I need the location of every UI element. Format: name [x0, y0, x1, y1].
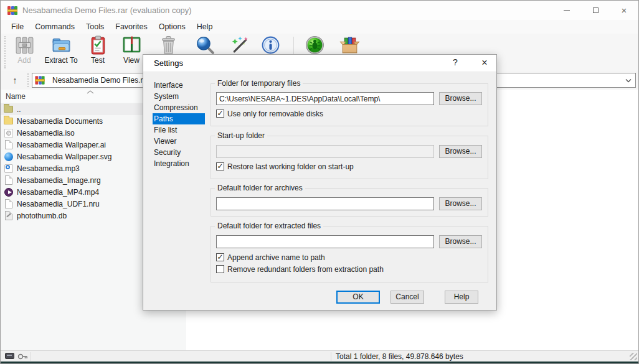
checkbox-checked-icon[interactable]: ✓: [216, 162, 224, 170]
extracted-folder-input[interactable]: [216, 235, 434, 248]
checkbox-checked-icon[interactable]: ✓: [216, 253, 224, 261]
folder-icon: [4, 116, 14, 126]
up-one-level-button[interactable]: ↑: [7, 72, 23, 88]
add-button: Add: [8, 35, 40, 70]
chevron-down-icon[interactable]: [625, 78, 632, 83]
append-name-checkbox-row[interactable]: ✓ Append archive name to path: [216, 253, 325, 262]
extract-to-icon: [51, 35, 72, 55]
up-arrow-icon: ↑: [12, 75, 17, 85]
temp-folder-input[interactable]: [216, 92, 434, 105]
browse-temp-button[interactable]: Browse...: [439, 92, 482, 105]
maximize-button[interactable]: [581, 1, 610, 20]
checkbox-unchecked-icon[interactable]: [216, 265, 224, 273]
file-name: photothumb.db: [17, 212, 67, 220]
title-bar[interactable]: Nesabamedia Demo Files.rar (evaluation c…: [1, 1, 638, 20]
file-name: Nesabamedia_MP4.mp4: [17, 188, 99, 197]
status-separator: [331, 352, 331, 361]
checkbox-label: Remove redundant folders from extraction…: [227, 265, 384, 274]
virus-scan-icon: [305, 35, 325, 55]
menu-options[interactable]: Options: [153, 21, 191, 33]
checkbox-label: Append archive name to path: [227, 253, 325, 262]
extract-to-button[interactable]: Extract To: [42, 35, 80, 70]
dialog-title: Settings: [154, 58, 183, 68]
checkbox-checked-icon[interactable]: ✓: [216, 110, 224, 118]
close-button[interactable]: ×: [610, 1, 638, 20]
toolbar-label: Test: [91, 56, 105, 65]
delete-icon: [158, 35, 179, 55]
database-icon: [4, 211, 14, 221]
dialog-title-bar[interactable]: Settings ? ×: [143, 55, 496, 72]
video-player-icon: [4, 187, 14, 197]
archives-folder-input[interactable]: [216, 197, 434, 210]
browse-archives-button[interactable]: Browse...: [439, 197, 482, 210]
view-icon: [121, 35, 142, 55]
find-icon: [195, 35, 215, 55]
nav-item-compression[interactable]: Compression: [153, 102, 205, 113]
remove-redundant-checkbox-row[interactable]: Remove redundant folders from extraction…: [216, 264, 384, 274]
wizard-icon: [230, 35, 250, 55]
menu-help[interactable]: Help: [191, 21, 219, 33]
ok-button[interactable]: OK: [336, 291, 380, 304]
file-name: Nesabamedia.iso: [17, 129, 75, 138]
nav-item-integration[interactable]: Integration: [153, 158, 205, 169]
folder-up-icon: [4, 105, 14, 114]
nav-item-system[interactable]: System: [153, 91, 205, 102]
startup-folder-input: [216, 145, 434, 158]
nav-item-paths[interactable]: Paths: [153, 113, 205, 124]
key-icon[interactable]: [17, 353, 28, 360]
toolbar-label: Add: [17, 56, 31, 65]
group-startup-folder: Start-up folder Browse... ✓ Restore last…: [211, 136, 488, 179]
group-label: Default folder for extracted files: [215, 222, 323, 230]
file-name: Nesabamedia Documents: [17, 117, 103, 126]
nav-item-security[interactable]: Security: [153, 147, 205, 158]
file-name: Nesabamedia_Image.nrg: [17, 176, 101, 185]
group-label: Folder for temporary files: [215, 79, 303, 88]
nav-item-file-list[interactable]: File list: [153, 124, 205, 136]
menu-favorites[interactable]: Favorites: [110, 21, 153, 33]
dialog-close-button[interactable]: ×: [477, 57, 492, 70]
help-button[interactable]: Help: [445, 291, 478, 304]
restore-folder-checkbox-row[interactable]: ✓ Restore last working folder on start-u…: [216, 162, 354, 171]
browse-startup-button[interactable]: Browse...: [439, 145, 482, 158]
file-name: Nesabamedia Wallpaper.svg: [17, 152, 111, 161]
edge-browser-icon: [4, 152, 14, 162]
group-temp-folder: Folder for temporary files Browse... ✓ U…: [211, 83, 488, 126]
add-archive-icon: [14, 35, 35, 55]
group-label: Default folder for archives: [215, 184, 305, 192]
sort-ascending-icon: [87, 90, 94, 94]
test-button[interactable]: Test: [82, 35, 114, 70]
file-icon: [4, 175, 14, 185]
toolbar-grip[interactable]: [4, 36, 6, 68]
menu-bar: File Commands Tools Favorites Options He…: [1, 20, 638, 34]
nav-item-viewer[interactable]: Viewer: [153, 136, 205, 147]
browse-extracted-button[interactable]: Browse...: [439, 235, 482, 248]
minimize-button[interactable]: [552, 1, 581, 20]
checkbox-label: Use only for removable disks: [227, 110, 323, 118]
toolbar-label: Extract To: [44, 56, 77, 65]
toolbar-label: View: [123, 56, 140, 65]
media-player-icon: [4, 164, 14, 174]
menu-file[interactable]: File: [6, 21, 29, 33]
info-icon: [260, 35, 281, 55]
file-name: Nesabamedia.mp3: [17, 164, 80, 173]
resize-grip[interactable]: [630, 353, 637, 360]
file-name: ..: [17, 105, 21, 114]
status-summary: Total 1 folder, 8 files, 49.878.646 byte…: [336, 352, 463, 361]
dialog-help-button[interactable]: ?: [448, 57, 462, 70]
nav-item-interface[interactable]: Interface: [153, 80, 205, 91]
removable-disks-checkbox-row[interactable]: ✓ Use only for removable disks: [216, 109, 323, 118]
menu-commands[interactable]: Commands: [29, 21, 80, 33]
checkbox-label: Restore last working folder on start-up: [227, 162, 354, 171]
menu-tools[interactable]: Tools: [80, 21, 110, 33]
group-label: Start-up folder: [215, 131, 267, 140]
comment-icon: [339, 35, 360, 55]
archive-icon: [35, 76, 44, 84]
group-extracted-folder: Default folder for extracted files Brows…: [211, 226, 488, 282]
disc-icon: [4, 128, 14, 138]
drive-icon[interactable]: [5, 353, 14, 359]
file-name: Nesabamedia_UDF1.nru: [17, 200, 100, 208]
close-icon: ×: [622, 6, 627, 15]
cancel-button[interactable]: Cancel: [391, 291, 424, 304]
minimize-icon: [564, 10, 570, 11]
address-grip[interactable]: [27, 73, 29, 87]
